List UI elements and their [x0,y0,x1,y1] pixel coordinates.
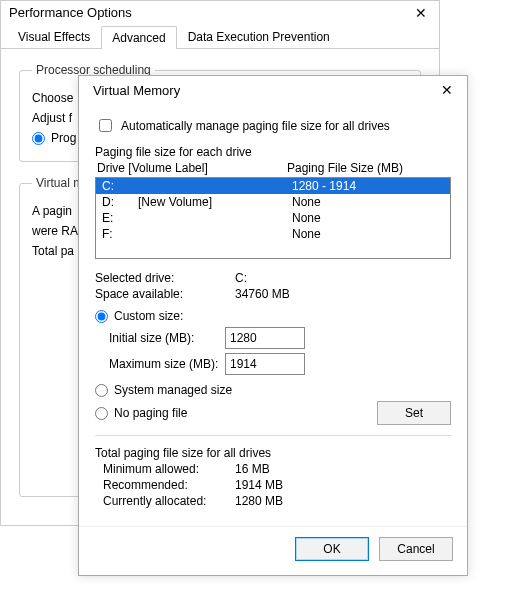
drive-size: None [288,195,444,209]
drive-label [138,179,288,193]
recommended-value: 1914 MB [235,478,283,492]
system-managed-label: System managed size [114,383,232,397]
drive-size: None [288,211,444,225]
programs-radio[interactable] [32,132,45,145]
drive-row[interactable]: F:None [96,226,450,242]
perf-tabs: Visual Effects Advanced Data Execution P… [1,25,439,49]
perf-title-text: Performance Options [9,5,132,21]
space-available-label: Space available: [95,287,235,301]
drive-list[interactable]: C:1280 - 1914D:[New Volume]NoneE:NoneF:N… [95,177,451,259]
drive-row[interactable]: E:None [96,210,450,226]
custom-size-label: Custom size: [114,309,183,323]
drive-letter: D: [102,195,138,209]
ok-button[interactable]: OK [295,537,369,561]
no-paging-radio[interactable] [95,407,108,420]
vm-titlebar: Virtual Memory ✕ [79,76,467,104]
header-size: Paging File Size (MB) [287,161,403,175]
drive-label: [New Volume] [138,195,288,209]
currently-allocated-label: Currently allocated: [95,494,235,508]
currently-allocated-value: 1280 MB [235,494,283,508]
custom-size-radio[interactable] [95,310,108,323]
drive-row[interactable]: C:1280 - 1914 [96,178,450,194]
set-button[interactable]: Set [377,401,451,425]
maximum-size-input[interactable] [225,353,305,375]
no-paging-label: No paging file [114,406,187,420]
perf-titlebar: Performance Options ✕ [1,1,439,25]
recommended-label: Recommended: [95,478,235,492]
space-available-value: 34760 MB [235,287,290,301]
drive-label [138,227,288,241]
programs-label: Prog [51,131,76,145]
close-icon[interactable]: ✕ [437,82,457,98]
drive-letter: F: [102,227,138,241]
tab-visual-effects[interactable]: Visual Effects [7,25,101,48]
selected-drive-value: C: [235,271,247,285]
dialog-footer: OK Cancel [79,526,467,575]
selected-drive-label: Selected drive: [95,271,235,285]
cancel-button[interactable]: Cancel [379,537,453,561]
drive-row[interactable]: D:[New Volume]None [96,194,450,210]
drive-size: None [288,227,444,241]
vm-title-text: Virtual Memory [93,83,180,98]
auto-manage-label: Automatically manage paging file size fo… [121,119,390,133]
auto-manage-checkbox[interactable] [99,119,112,132]
drive-letter: C: [102,179,138,193]
maximum-size-label: Maximum size (MB): [95,357,225,371]
close-icon[interactable]: ✕ [411,5,431,21]
paging-section-label: Paging file size for each drive [95,145,451,159]
totals-title: Total paging file size for all drives [95,446,451,460]
initial-size-label: Initial size (MB): [95,331,225,345]
system-managed-radio[interactable] [95,384,108,397]
drive-label [138,211,288,225]
drive-letter: E: [102,211,138,225]
min-allowed-label: Minimum allowed: [95,462,235,476]
header-drive: Drive [Volume Label] [97,161,287,175]
tab-dep[interactable]: Data Execution Prevention [177,25,341,48]
initial-size-input[interactable] [225,327,305,349]
virtual-memory-dialog: Virtual Memory ✕ Automatically manage pa… [78,75,468,576]
separator [95,435,451,436]
drive-list-header: Drive [Volume Label] Paging File Size (M… [95,161,451,175]
tab-advanced[interactable]: Advanced [101,26,176,49]
min-allowed-value: 16 MB [235,462,270,476]
drive-size: 1280 - 1914 [288,179,444,193]
